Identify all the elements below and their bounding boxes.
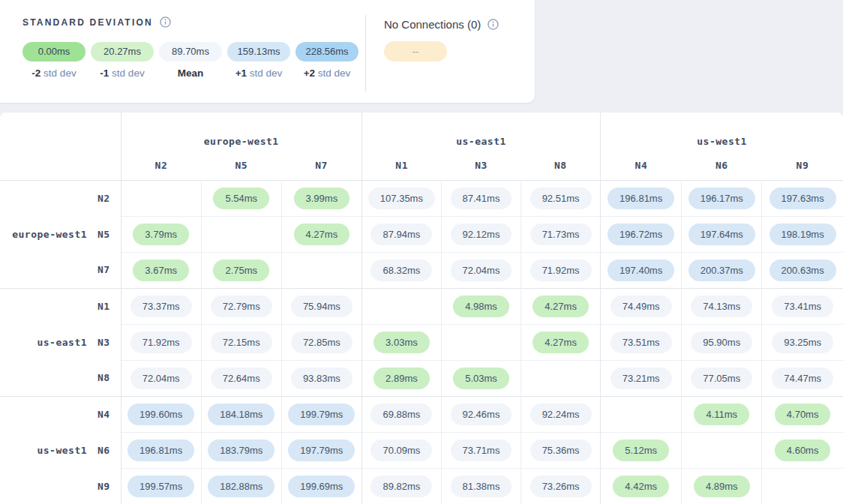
latency-pill-N7-N1[interactable]: 68.32ms [370, 260, 432, 281]
latency-pill-N6-N1[interactable]: 70.09ms [370, 440, 432, 461]
latency-pill-N9-N2[interactable]: 199.57ms [128, 476, 194, 497]
latency-pill-N5-N3[interactable]: 92.12ms [451, 224, 512, 245]
latency-pill-N8-N4[interactable]: 73.21ms [610, 368, 672, 389]
column-region-us-west1: us-west1 [601, 112, 843, 156]
latency-pill-N1-N8[interactable]: 4.27ms [532, 296, 589, 317]
latency-pill-N8-N2[interactable]: 72.04ms [130, 368, 192, 389]
latency-matrix-card: europe-west1us-east1us-west1N2N5N7N1N3N8… [0, 112, 843, 504]
row-region-us-east1: us-east1 [0, 288, 88, 396]
matrix-corner-cell [0, 112, 121, 180]
latency-pill-N1-N5[interactable]: 72.79ms [211, 296, 272, 317]
cell-N5-N2: 3.79ms [121, 216, 201, 252]
cell-N4-N6: 4.11ms [682, 396, 762, 432]
legend-divider [365, 15, 366, 92]
latency-pill-N5-N2[interactable]: 3.79ms [133, 224, 189, 245]
latency-pill-N1-N7[interactable]: 75.94ms [291, 296, 352, 317]
latency-pill-N5-N7[interactable]: 4.27ms [294, 224, 350, 245]
cell-N1-N1 [362, 288, 441, 324]
latency-pill-N9-N1[interactable]: 89.82ms [370, 476, 432, 497]
latency-pill-N7-N2[interactable]: 3.67ms [133, 260, 189, 281]
legend-label-row: -2 std dev -1 std dev Mean +1 std dev +2… [22, 68, 364, 79]
cell-N9-N8: 73.26ms [521, 468, 601, 504]
column-node-N7: N7 [281, 156, 362, 180]
latency-pill-N9-N8[interactable]: 73.26ms [530, 476, 592, 497]
latency-pill-N2-N7[interactable]: 3.99ms [294, 188, 350, 209]
latency-pill-N2-N8[interactable]: 92.51ms [530, 188, 592, 209]
latency-pill-N9-N3[interactable]: 81.38ms [451, 476, 512, 497]
latency-pill-N9-N4[interactable]: 4.42ms [613, 476, 669, 497]
latency-pill-N4-N6[interactable]: 4.11ms [694, 404, 749, 425]
latency-pill-N4-N8[interactable]: 92.24ms [530, 404, 592, 425]
latency-pill-N4-N2[interactable]: 199.60ms [128, 404, 194, 425]
latency-pill-N8-N6[interactable]: 77.05ms [691, 368, 752, 389]
latency-pill-N5-N9[interactable]: 198.19ms [770, 224, 836, 245]
latency-pill-N6-N8[interactable]: 75.36ms [530, 440, 592, 461]
latency-pill-N6-N5[interactable]: 183.79ms [208, 440, 274, 461]
latency-pill-N1-N4[interactable]: 74.49ms [610, 296, 672, 317]
latency-pill-N9-N7[interactable]: 199.69ms [288, 476, 355, 497]
latency-pill-N9-N6[interactable]: 4.89ms [694, 476, 750, 497]
latency-pill-N3-N7[interactable]: 72.85ms [291, 332, 352, 353]
legend-label-plus1: +1 std dev [227, 68, 290, 79]
latency-pill-N4-N7[interactable]: 199.79ms [288, 404, 355, 425]
latency-pill-N8-N7[interactable]: 93.83ms [291, 368, 352, 389]
latency-pill-N1-N9[interactable]: 73.41ms [772, 296, 833, 317]
cell-N4-N7: 199.79ms [281, 396, 362, 432]
latency-pill-N3-N2[interactable]: 71.92ms [130, 332, 192, 353]
latency-pill-N8-N1[interactable]: 2.89ms [374, 368, 430, 389]
legend-label-plus2: +2 std dev [296, 68, 358, 79]
latency-pill-N3-N1[interactable]: 3.03ms [374, 332, 430, 353]
latency-pill-N2-N4[interactable]: 196.81ms [608, 188, 674, 209]
latency-pill-N7-N3[interactable]: 72.04ms [451, 260, 512, 281]
latency-pill-N5-N6[interactable]: 197.64ms [688, 224, 755, 245]
row-region-us-west1: us-west1 [0, 396, 88, 504]
latency-pill-N6-N3[interactable]: 73.71ms [451, 440, 512, 461]
latency-pill-N7-N6[interactable]: 200.37ms [688, 260, 755, 281]
latency-pill-N4-N3[interactable]: 92.46ms [451, 404, 512, 425]
latency-pill-N2-N3[interactable]: 87.41ms [451, 188, 512, 209]
latency-pill-N3-N8[interactable]: 4.27ms [532, 332, 589, 353]
cell-N8-N6: 77.05ms [682, 360, 762, 396]
latency-pill-N8-N9[interactable]: 74.47ms [772, 368, 833, 389]
column-region-europe-west1: europe-west1 [121, 112, 362, 156]
latency-pill-N6-N4[interactable]: 5.12ms [613, 440, 669, 461]
latency-pill-N3-N9[interactable]: 93.25ms [772, 332, 833, 353]
cell-N7-N8: 71.92ms [521, 252, 601, 288]
latency-pill-N5-N8[interactable]: 71.73ms [530, 224, 592, 245]
latency-pill-N7-N5[interactable]: 2.75ms [213, 260, 269, 281]
latency-pill-N1-N6[interactable]: 74.13ms [691, 296, 752, 317]
latency-pill-N2-N5[interactable]: 5.54ms [213, 188, 269, 209]
latency-pill-N4-N1[interactable]: 69.88ms [370, 404, 432, 425]
legend-label-bold: +2 [304, 68, 315, 79]
latency-pill-N5-N4[interactable]: 196.72ms [608, 224, 674, 245]
latency-pill-N2-N6[interactable]: 196.17ms [688, 188, 755, 209]
latency-pill-N2-N1[interactable]: 107.35ms [368, 188, 435, 209]
latency-pill-N2-N9[interactable]: 197.63ms [770, 188, 836, 209]
latency-pill-N7-N8[interactable]: 71.92ms [530, 260, 592, 281]
latency-pill-N6-N2[interactable]: 196.81ms [128, 440, 194, 461]
latency-pill-N9-N5[interactable]: 182.88ms [208, 476, 274, 497]
latency-pill-N7-N4[interactable]: 197.40ms [608, 260, 674, 281]
latency-pill-N8-N5[interactable]: 72.64ms [211, 368, 272, 389]
row-group-us-west1: us-west1N4199.60ms184.18ms199.79ms69.88m… [0, 396, 843, 504]
latency-pill-N1-N3[interactable]: 4.98ms [453, 296, 509, 317]
latency-pill-N4-N9[interactable]: 4.70ms [775, 404, 831, 425]
latency-pill-N8-N3[interactable]: 5.03ms [453, 368, 509, 389]
latency-pill-N6-N9[interactable]: 4.60ms [775, 440, 831, 461]
latency-pill-N3-N6[interactable]: 95.90ms [691, 332, 752, 353]
legend-label-bold: Mean [178, 68, 204, 79]
cell-N7-N9: 200.63ms [762, 252, 843, 288]
latency-pill-N3-N5[interactable]: 72.15ms [211, 332, 272, 353]
latency-pill-N7-N9[interactable]: 200.63ms [770, 260, 836, 281]
info-icon[interactable] [160, 16, 171, 28]
latency-pill-N5-N1[interactable]: 87.94ms [370, 224, 432, 245]
latency-pill-N3-N4[interactable]: 73.51ms [610, 332, 672, 353]
latency-pill-N1-N2[interactable]: 73.37ms [130, 296, 192, 317]
legend-label-bold: -1 [100, 68, 109, 79]
latency-pill-N4-N5[interactable]: 184.18ms [208, 404, 274, 425]
info-icon[interactable] [488, 19, 499, 30]
column-node-N8: N8 [521, 156, 601, 180]
cell-N7-N6: 200.37ms [682, 252, 762, 288]
latency-pill-N6-N7[interactable]: 197.79ms [288, 440, 355, 461]
row-node-N7: N7 [88, 252, 121, 288]
